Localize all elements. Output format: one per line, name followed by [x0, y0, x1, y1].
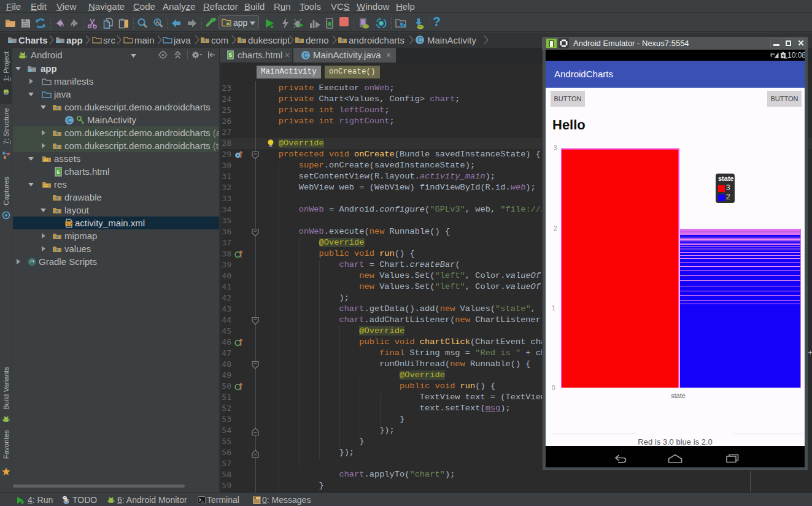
- svg-text:C: C: [304, 52, 308, 59]
- svg-text:5: 5: [56, 169, 60, 175]
- svg-text:C: C: [68, 117, 72, 124]
- svg-text:C: C: [418, 37, 422, 44]
- svg-text:A: A: [155, 19, 159, 25]
- svg-text:5: 5: [229, 52, 232, 58]
- svg-text:4G: 4G: [770, 52, 775, 56]
- svg-text:<>: <>: [66, 221, 72, 226]
